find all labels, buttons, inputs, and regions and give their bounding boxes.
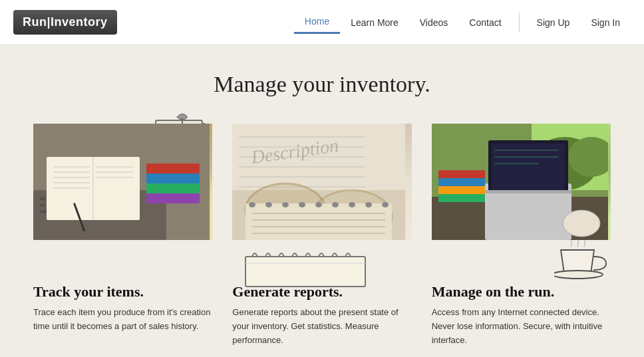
svg-rect-17 <box>40 203 45 207</box>
track-image-svg <box>33 124 210 240</box>
nav-sign-up[interactable]: Sign Up <box>526 12 581 33</box>
feature-manage-title: Manage on the run. <box>432 283 611 300</box>
svg-rect-67 <box>245 257 365 287</box>
feature-track-title: Track your items. <box>33 283 212 300</box>
svg-rect-53 <box>245 203 392 240</box>
nav: Home Learn More Videos Contact Sign Up S… <box>294 11 631 34</box>
feature-reports: Description <box>232 124 411 347</box>
main-content: Manage your inventory. <box>0 45 644 357</box>
header: Run|Inventory Home Learn More Videos Con… <box>0 0 644 45</box>
feature-reports-image-wrapper: Description <box>232 124 411 270</box>
svg-rect-30 <box>146 193 200 203</box>
svg-point-87 <box>554 271 603 279</box>
sketch-notebook-icon <box>239 250 372 290</box>
svg-point-58 <box>249 202 255 207</box>
feature-manage: Manage on the run. Access from any Inter… <box>432 124 611 347</box>
svg-rect-85 <box>485 190 571 193</box>
feature-reports-desc: Generate reports about the present state… <box>232 306 411 347</box>
nav-divider <box>519 13 520 33</box>
svg-rect-9 <box>40 197 45 200</box>
svg-rect-78 <box>438 194 485 202</box>
feature-manage-desc: Access from any Internet connected devic… <box>432 306 611 347</box>
svg-point-59 <box>265 202 272 207</box>
nav-contact[interactable]: Contact <box>458 12 512 33</box>
svg-point-60 <box>282 202 289 207</box>
svg-point-63 <box>332 202 339 207</box>
svg-point-64 <box>349 202 355 207</box>
svg-point-65 <box>365 202 372 207</box>
svg-point-62 <box>315 202 322 207</box>
svg-point-66 <box>382 202 389 207</box>
feature-track: Track your items. Trace each item you pr… <box>33 124 212 347</box>
reports-image-svg: Description <box>232 124 405 240</box>
svg-rect-75 <box>438 170 485 178</box>
svg-rect-77 <box>438 186 485 194</box>
nav-sign-in[interactable]: Sign In <box>580 12 631 33</box>
nav-home[interactable]: Home <box>294 11 340 34</box>
feature-track-image-wrapper <box>33 124 212 270</box>
feature-track-desc: Trace each item you produce from it's cr… <box>33 306 212 334</box>
svg-point-61 <box>299 202 305 207</box>
page-title: Manage your inventory. <box>33 72 611 97</box>
feature-manage-image <box>432 124 611 240</box>
feature-track-image <box>33 124 212 240</box>
manage-image-svg <box>432 124 608 240</box>
features-grid: Track your items. Trace each item you pr… <box>33 124 611 347</box>
svg-rect-29 <box>146 183 200 193</box>
nav-videos[interactable]: Videos <box>409 12 459 33</box>
nav-learn-more[interactable]: Learn More <box>340 12 409 33</box>
feature-reports-image: Description <box>232 124 411 240</box>
logo[interactable]: Run|Inventory <box>13 10 117 35</box>
sketch-cup-icon <box>554 240 607 280</box>
svg-rect-76 <box>438 178 485 186</box>
svg-point-86 <box>563 210 600 237</box>
svg-rect-28 <box>146 174 200 183</box>
feature-manage-image-wrapper <box>432 124 611 270</box>
svg-rect-27 <box>146 164 200 174</box>
